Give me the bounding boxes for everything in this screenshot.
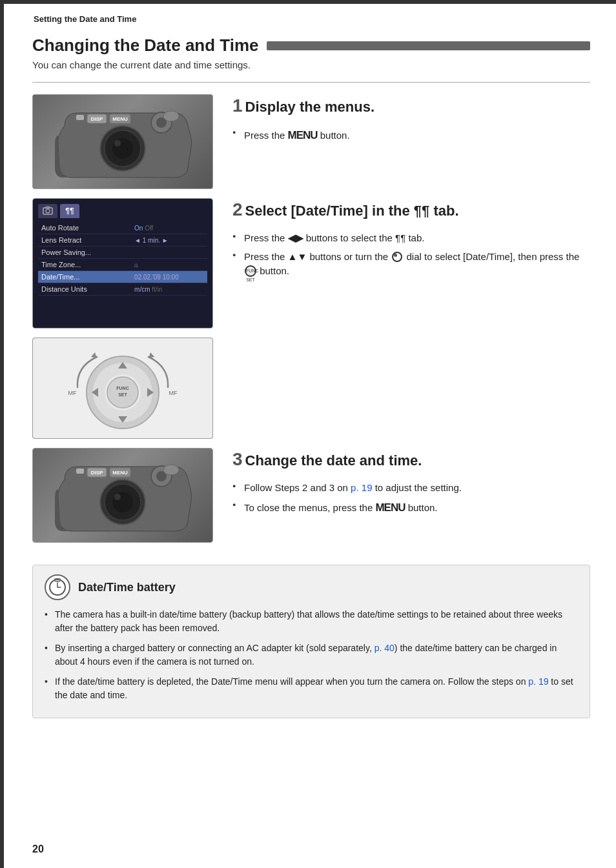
control-ring-image: FUNC SET MF MF — [32, 338, 213, 439]
menu-row-label: Date/Time... — [38, 271, 131, 283]
top-border — [0, 0, 616, 4]
svg-text:MF: MF — [68, 390, 77, 396]
menu-row-label: Power Saving... — [38, 247, 131, 259]
note-title: Date/Time battery — [78, 581, 176, 594]
control-ring-image-box: FUNC SET MF MF — [32, 338, 213, 439]
link-p40[interactable]: p. 40 — [375, 643, 395, 653]
step-3-content: 3 Change the date and time. Follow Steps… — [232, 448, 590, 520]
svg-point-3 — [114, 140, 121, 146]
step-2-title: Select [Date/Time] in the ¶¶ tab. — [245, 203, 459, 219]
step-1-content: 1 Display the menus. Press the MENU butt… — [232, 94, 590, 148]
step-3-title: Change the date and time. — [245, 452, 422, 469]
step-2-b2-text: Press the ▲▼ buttons or turn the dial to… — [244, 251, 579, 277]
note-b3-text: If the date/time battery is depleted, th… — [55, 676, 573, 700]
step-2-content: 2 Select [Date/Time] in the ¶¶ tab. Pres… — [232, 198, 590, 283]
page-subtitle: You can change the current date and time… — [32, 59, 590, 70]
menu-row-date-time: Date/Time... 02.02.'09 10:00 — [38, 271, 207, 283]
settings-tab-icon: ¶¶ — [65, 207, 74, 216]
menu-row-label: Lens Retract — [38, 234, 131, 247]
camera-svg-1: DISP MENU — [52, 100, 194, 184]
step-1-bullet-1-rest: button. — [318, 130, 350, 141]
menu-row-value: ◄ 1 min. ► — [131, 234, 207, 247]
svg-text:MF: MF — [169, 390, 178, 396]
menu-row-label: Time Zone... — [38, 259, 131, 271]
step-2-image-box: ¶¶ Auto Rotate On Off Lens Retract ◄ — [32, 198, 213, 328]
menu-tab-settings: ¶¶ — [60, 204, 79, 218]
step-2-bullet-1: Press the ◀▶ buttons to select the ¶¶ ta… — [232, 231, 590, 246]
note-header: Date/Time battery — [45, 574, 578, 600]
svg-rect-11 — [76, 115, 84, 120]
page-number: 20 — [32, 843, 44, 855]
menu-row-distance: Distance Units m/cm ft/in — [38, 283, 207, 296]
step-2-header: 2 Select [Date/Time] in the ¶¶ tab. — [232, 201, 590, 226]
dial-icon — [392, 252, 402, 262]
note-bullet-3: If the date/time battery is depleted, th… — [45, 675, 578, 702]
note-b1-text: The camera has a built-in date/time batt… — [55, 609, 562, 633]
step-2-bullet-2: Press the ▲▼ buttons or turn the dial to… — [232, 250, 590, 279]
svg-text:MENU: MENU — [112, 470, 128, 476]
control-ring-display: FUNC SET MF MF — [33, 338, 212, 438]
camera-image-1: DISP MENU — [33, 95, 212, 188]
note-bullets: The camera has a built-in date/time batt… — [45, 608, 578, 702]
step-2-image: ¶¶ Auto Rotate On Off Lens Retract ◄ — [32, 198, 213, 328]
note-icon — [45, 574, 70, 600]
step-3-b2-text: To close the menus, press the MENU butto… — [244, 502, 438, 513]
step-3-bullets: Follow Steps 2 and 3 on p. 19 to adjust … — [232, 481, 590, 516]
step-3-image-box: DISP MENU — [32, 448, 213, 543]
menu-row-lens-retract: Lens Retract ◄ 1 min. ► — [38, 234, 207, 247]
menu-tabs: ¶¶ — [38, 204, 207, 218]
menu-row-label: Distance Units — [38, 283, 131, 296]
svg-text:DISP: DISP — [91, 470, 103, 476]
step-3-number: 3 — [232, 450, 243, 469]
battery-clock-icon — [48, 578, 67, 596]
step-2-row: ¶¶ Auto Rotate On Off Lens Retract ◄ — [32, 198, 590, 328]
step-3-b1-text: Follow Steps 2 and 3 on p. 19 to adjust … — [244, 482, 462, 493]
menu-row-value: 02.02.'09 10:00 — [131, 271, 207, 283]
note-box: Date/Time battery The camera has a built… — [32, 565, 590, 718]
svg-point-39 — [163, 465, 179, 475]
note-b2-text: By inserting a charged battery or connec… — [55, 643, 557, 667]
svg-rect-46 — [56, 578, 59, 579]
menu-icon-text-1: MENU — [288, 129, 318, 141]
menu-row-time-zone: Time Zone... ⌂ — [38, 259, 207, 271]
breadcrumb: Setting the Date and Time — [32, 14, 590, 24]
left-accent — [0, 0, 4, 868]
func-set-icon: FUNC SET — [245, 265, 256, 277]
menu-row-value — [131, 247, 207, 259]
step-1-bullet-1-text: Press the — [244, 130, 288, 141]
svg-text:FUNC: FUNC — [116, 386, 128, 390]
step-3-bullet-1: Follow Steps 2 and 3 on p. 19 to adjust … — [232, 481, 590, 496]
title-bar — [267, 41, 590, 50]
step-2-b1-text: Press the ◀▶ buttons to select the ¶¶ ta… — [244, 232, 424, 243]
svg-text:MENU: MENU — [112, 116, 128, 122]
step-1-header: 1 Display the menus. — [232, 97, 590, 122]
svg-point-10 — [163, 111, 179, 121]
section-divider — [32, 82, 590, 83]
svg-point-13 — [46, 209, 50, 213]
note-bullet-2: By inserting a charged battery or connec… — [45, 641, 578, 669]
menu-screen: ¶¶ Auto Rotate On Off Lens Retract ◄ — [33, 199, 212, 328]
svg-marker-15 — [91, 352, 97, 358]
menu-row-value: ⌂ — [131, 259, 207, 271]
step-1-image-box: DISP MENU — [32, 94, 213, 189]
link-p19-step3[interactable]: p. 19 — [351, 482, 372, 493]
note-bullet-1: The camera has a built-in date/time batt… — [45, 608, 578, 635]
steps-container: DISP MENU — [32, 94, 590, 552]
step-1-bullets: Press the MENU button. — [232, 127, 590, 144]
control-ring-svg: FUNC SET MF MF — [58, 341, 187, 434]
step-2-number: 2 — [232, 201, 243, 219]
svg-marker-16 — [149, 352, 154, 358]
menu-row-power-saving: Power Saving... — [38, 247, 207, 259]
camera-svg-2: DISP MENU — [52, 454, 194, 538]
step-1-image: DISP MENU — [32, 94, 213, 189]
menu-row-label: Auto Rotate — [38, 222, 131, 234]
step-2-bullets: Press the ◀▶ buttons to select the ¶¶ ta… — [232, 231, 590, 279]
step-ring-empty — [232, 338, 590, 340]
camera-tab-icon — [43, 206, 53, 216]
step-3-image: DISP MENU — [32, 448, 213, 543]
menu-icon-text-2: MENU — [375, 501, 405, 514]
svg-point-32 — [114, 494, 121, 500]
step-1-bullet-1: Press the MENU button. — [232, 127, 590, 144]
link-p19-note[interactable]: p. 19 — [528, 676, 548, 687]
title-text: Changing the Date and Time — [32, 35, 259, 56]
